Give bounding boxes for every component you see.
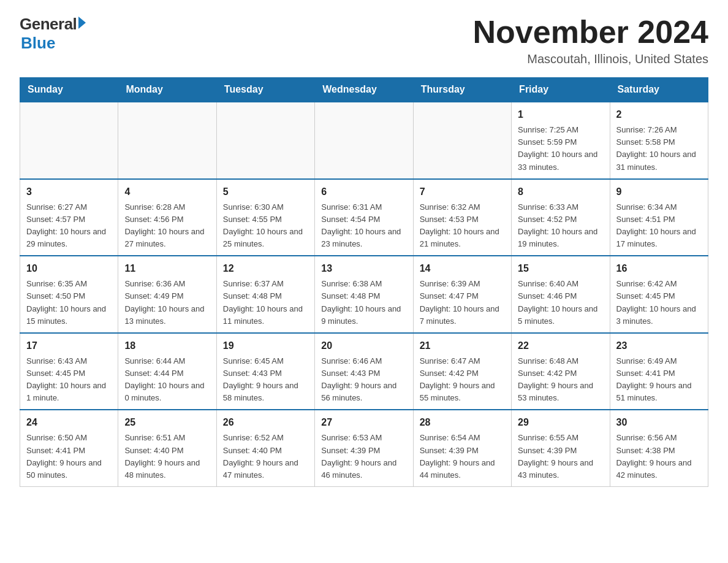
day-info: Sunrise: 6:32 AM Sunset: 4:53 PM Dayligh… xyxy=(420,201,505,251)
day-info: Sunrise: 6:49 AM Sunset: 4:41 PM Dayligh… xyxy=(616,355,702,405)
day-info: Sunrise: 6:31 AM Sunset: 4:54 PM Dayligh… xyxy=(321,201,406,251)
day-info: Sunrise: 6:45 AM Sunset: 4:43 PM Dayligh… xyxy=(223,355,308,405)
col-header-monday: Monday xyxy=(118,78,216,102)
day-number: 17 xyxy=(26,339,112,353)
day-info: Sunrise: 7:26 AM Sunset: 5:58 PM Dayligh… xyxy=(616,124,702,174)
calendar-cell xyxy=(20,102,118,179)
day-number: 15 xyxy=(518,261,603,276)
calendar-cell: 9Sunrise: 6:34 AM Sunset: 4:51 PM Daylig… xyxy=(610,179,708,256)
day-number: 19 xyxy=(223,339,308,353)
day-number: 20 xyxy=(321,339,406,353)
day-info: Sunrise: 6:38 AM Sunset: 4:48 PM Dayligh… xyxy=(321,278,406,327)
col-header-wednesday: Wednesday xyxy=(315,78,413,102)
day-number: 7 xyxy=(420,185,505,199)
day-info: Sunrise: 6:48 AM Sunset: 4:42 PM Dayligh… xyxy=(518,355,603,405)
day-number: 25 xyxy=(124,415,210,430)
calendar-cell xyxy=(216,102,314,179)
day-info: Sunrise: 6:43 AM Sunset: 4:45 PM Dayligh… xyxy=(26,355,112,405)
calendar-cell: 15Sunrise: 6:40 AM Sunset: 4:46 PM Dayli… xyxy=(512,256,610,333)
day-number: 29 xyxy=(518,415,603,430)
col-header-friday: Friday xyxy=(512,78,610,102)
day-info: Sunrise: 6:56 AM Sunset: 4:38 PM Dayligh… xyxy=(616,432,702,481)
day-number: 10 xyxy=(26,261,112,276)
day-number: 13 xyxy=(321,261,406,276)
calendar-cell: 4Sunrise: 6:28 AM Sunset: 4:56 PM Daylig… xyxy=(118,179,216,256)
calendar-cell: 27Sunrise: 6:53 AM Sunset: 4:39 PM Dayli… xyxy=(315,410,413,486)
week-row-5: 24Sunrise: 6:50 AM Sunset: 4:41 PM Dayli… xyxy=(20,410,708,486)
day-number: 5 xyxy=(223,185,308,199)
day-info: Sunrise: 6:36 AM Sunset: 4:49 PM Dayligh… xyxy=(124,278,210,327)
calendar-cell: 25Sunrise: 6:51 AM Sunset: 4:40 PM Dayli… xyxy=(118,410,216,486)
calendar-cell: 2Sunrise: 7:26 AM Sunset: 5:58 PM Daylig… xyxy=(610,102,708,179)
day-info: Sunrise: 6:30 AM Sunset: 4:55 PM Dayligh… xyxy=(223,201,308,251)
calendar-cell: 16Sunrise: 6:42 AM Sunset: 4:45 PM Dayli… xyxy=(610,256,708,333)
day-number: 1 xyxy=(518,107,603,122)
calendar-cell xyxy=(315,102,413,179)
day-info: Sunrise: 6:55 AM Sunset: 4:39 PM Dayligh… xyxy=(518,432,603,481)
calendar-cell: 29Sunrise: 6:55 AM Sunset: 4:39 PM Dayli… xyxy=(512,410,610,486)
logo-general-text: General xyxy=(20,15,77,34)
day-info: Sunrise: 6:34 AM Sunset: 4:51 PM Dayligh… xyxy=(616,201,702,251)
calendar-cell: 5Sunrise: 6:30 AM Sunset: 4:55 PM Daylig… xyxy=(216,179,314,256)
calendar-cell: 1Sunrise: 7:25 AM Sunset: 5:59 PM Daylig… xyxy=(512,102,610,179)
week-row-3: 10Sunrise: 6:35 AM Sunset: 4:50 PM Dayli… xyxy=(20,256,708,333)
week-row-2: 3Sunrise: 6:27 AM Sunset: 4:57 PM Daylig… xyxy=(20,179,708,256)
calendar-cell: 26Sunrise: 6:52 AM Sunset: 4:40 PM Dayli… xyxy=(216,410,314,486)
calendar-table: SundayMondayTuesdayWednesdayThursdayFrid… xyxy=(20,77,708,487)
page-header: General Blue November 2024 Mascoutah, Il… xyxy=(20,15,708,66)
day-info: Sunrise: 6:51 AM Sunset: 4:40 PM Dayligh… xyxy=(124,432,210,481)
day-info: Sunrise: 6:54 AM Sunset: 4:39 PM Dayligh… xyxy=(420,432,505,481)
day-info: Sunrise: 6:42 AM Sunset: 4:45 PM Dayligh… xyxy=(616,278,702,327)
day-number: 30 xyxy=(616,415,702,430)
calendar-header-row: SundayMondayTuesdayWednesdayThursdayFrid… xyxy=(20,78,708,102)
month-title: November 2024 xyxy=(473,15,708,50)
day-number: 12 xyxy=(223,261,308,276)
day-info: Sunrise: 6:50 AM Sunset: 4:41 PM Dayligh… xyxy=(26,432,112,481)
day-number: 6 xyxy=(321,185,406,199)
day-number: 14 xyxy=(420,261,505,276)
day-number: 16 xyxy=(616,261,702,276)
day-number: 22 xyxy=(518,339,603,353)
day-info: Sunrise: 6:37 AM Sunset: 4:48 PM Dayligh… xyxy=(223,278,308,327)
col-header-tuesday: Tuesday xyxy=(216,78,314,102)
calendar-cell: 19Sunrise: 6:45 AM Sunset: 4:43 PM Dayli… xyxy=(216,333,314,410)
day-number: 9 xyxy=(616,185,702,199)
calendar-cell: 13Sunrise: 6:38 AM Sunset: 4:48 PM Dayli… xyxy=(315,256,413,333)
calendar-cell: 28Sunrise: 6:54 AM Sunset: 4:39 PM Dayli… xyxy=(413,410,511,486)
day-info: Sunrise: 6:28 AM Sunset: 4:56 PM Dayligh… xyxy=(124,201,210,251)
logo-blue-text: Blue xyxy=(21,34,55,53)
logo: General Blue xyxy=(20,15,86,53)
day-number: 4 xyxy=(124,185,210,199)
calendar-cell: 11Sunrise: 6:36 AM Sunset: 4:49 PM Dayli… xyxy=(118,256,216,333)
day-info: Sunrise: 6:27 AM Sunset: 4:57 PM Dayligh… xyxy=(26,201,112,251)
day-info: Sunrise: 6:44 AM Sunset: 4:44 PM Dayligh… xyxy=(124,355,210,405)
day-number: 8 xyxy=(518,185,603,199)
day-info: Sunrise: 7:25 AM Sunset: 5:59 PM Dayligh… xyxy=(518,124,603,174)
calendar-cell: 30Sunrise: 6:56 AM Sunset: 4:38 PM Dayli… xyxy=(610,410,708,486)
calendar-cell: 23Sunrise: 6:49 AM Sunset: 4:41 PM Dayli… xyxy=(610,333,708,410)
location-subtitle: Mascoutah, Illinois, United States xyxy=(473,52,708,66)
day-number: 21 xyxy=(420,339,505,353)
day-info: Sunrise: 6:46 AM Sunset: 4:43 PM Dayligh… xyxy=(321,355,406,405)
day-number: 2 xyxy=(616,107,702,122)
calendar-cell: 21Sunrise: 6:47 AM Sunset: 4:42 PM Dayli… xyxy=(413,333,511,410)
day-number: 23 xyxy=(616,339,702,353)
day-number: 26 xyxy=(223,415,308,430)
day-info: Sunrise: 6:52 AM Sunset: 4:40 PM Dayligh… xyxy=(223,432,308,481)
col-header-sunday: Sunday xyxy=(20,78,118,102)
calendar-cell: 10Sunrise: 6:35 AM Sunset: 4:50 PM Dayli… xyxy=(20,256,118,333)
col-header-thursday: Thursday xyxy=(413,78,511,102)
day-info: Sunrise: 6:53 AM Sunset: 4:39 PM Dayligh… xyxy=(321,432,406,481)
week-row-4: 17Sunrise: 6:43 AM Sunset: 4:45 PM Dayli… xyxy=(20,333,708,410)
calendar-cell: 18Sunrise: 6:44 AM Sunset: 4:44 PM Dayli… xyxy=(118,333,216,410)
calendar-cell: 8Sunrise: 6:33 AM Sunset: 4:52 PM Daylig… xyxy=(512,179,610,256)
day-number: 3 xyxy=(26,185,112,199)
day-info: Sunrise: 6:40 AM Sunset: 4:46 PM Dayligh… xyxy=(518,278,603,327)
logo-arrow-icon xyxy=(78,17,86,29)
day-number: 24 xyxy=(26,415,112,430)
week-row-1: 1Sunrise: 7:25 AM Sunset: 5:59 PM Daylig… xyxy=(20,102,708,179)
calendar-cell: 6Sunrise: 6:31 AM Sunset: 4:54 PM Daylig… xyxy=(315,179,413,256)
day-number: 28 xyxy=(420,415,505,430)
calendar-cell xyxy=(118,102,216,179)
calendar-cell: 20Sunrise: 6:46 AM Sunset: 4:43 PM Dayli… xyxy=(315,333,413,410)
